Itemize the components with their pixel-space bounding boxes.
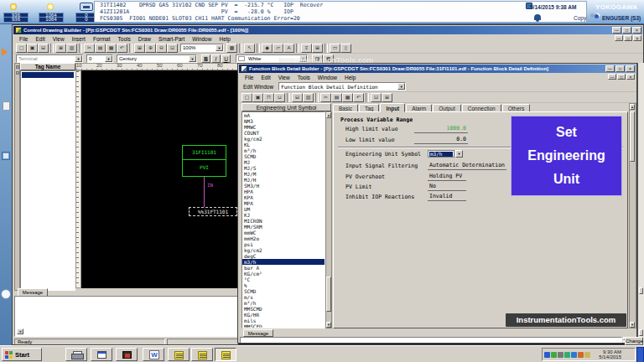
unit-list-item[interactable]: KPA xyxy=(242,194,325,200)
chevron-down-icon[interactable]: ▼ xyxy=(105,55,112,62)
unit-list-item[interactable]: °C xyxy=(242,277,325,282)
toolbar-icon[interactable]: ▢ xyxy=(242,93,252,102)
unit-list-item[interactable]: m³/h xyxy=(242,147,325,153)
unit-list-item[interactable]: KJ xyxy=(242,212,325,218)
bold-button[interactable]: B xyxy=(201,54,210,63)
toolbar-icon[interactable]: ⊞ xyxy=(312,44,323,53)
toolbar-icon[interactable]: ↶ xyxy=(353,93,364,102)
close-icon[interactable]: × xyxy=(633,35,641,41)
zoom-combo[interactable]: 100% ▼ xyxy=(180,44,224,52)
toolbar-icon[interactable]: ⊓ xyxy=(263,93,274,102)
scrollbar-thumb[interactable] xyxy=(630,111,635,162)
unit-list-item[interactable]: mmWC xyxy=(242,230,325,235)
engineering-unit-panel-header[interactable]: Engineering Unit Symbol xyxy=(242,103,331,111)
menu-item[interactable]: Draw xyxy=(135,35,154,43)
fbd-message-tab[interactable]: Message xyxy=(243,329,273,337)
cdb-message-tab[interactable]: Message xyxy=(18,288,48,296)
toolbar-icon[interactable]: ⊟ xyxy=(292,93,303,102)
tray-folder-icon[interactable] xyxy=(584,352,590,358)
unit-list-item[interactable]: UM xyxy=(242,206,325,212)
unit-list-item[interactable]: kg/cm2 xyxy=(242,136,325,142)
toolbar-icon[interactable]: ⊞ xyxy=(382,93,392,102)
tray-display-icon[interactable] xyxy=(571,352,577,358)
inhibit-iop-reactions-value[interactable]: Invalid xyxy=(428,193,466,201)
pv-overshoot-value[interactable]: Holding PV xyxy=(428,173,466,181)
menu-item[interactable]: Tools xyxy=(115,35,134,43)
change-button[interactable]: Change xyxy=(625,337,643,345)
toolbar-icon[interactable]: ▥ xyxy=(66,44,77,53)
menu-item[interactable]: Help xyxy=(341,74,359,81)
show-desktop-button[interactable] xyxy=(636,347,644,362)
scrollbar-button[interactable] xyxy=(639,287,643,294)
unit-list[interactable]: mANM3MMWCCOUNTkg/cm2KLm³/hSCMDMJMJ/SMJ/M… xyxy=(242,111,325,328)
scrollbar-button[interactable] xyxy=(639,329,643,336)
maximize-icon[interactable]: □ xyxy=(615,65,625,72)
unit-list-item[interactable]: SCMD xyxy=(242,153,325,159)
toolbar-icon[interactable]: ▦ xyxy=(106,44,117,53)
quick-launch-doc-icon[interactable] xyxy=(3,101,10,111)
edit-window-combo[interactable]: Function Block Detail Definition ▼ xyxy=(278,82,406,90)
menu-item[interactable]: Format xyxy=(90,35,114,43)
unit-list-item[interactable]: psi xyxy=(242,241,325,247)
maximize-icon[interactable]: □ xyxy=(617,74,626,80)
taskbar-word-button[interactable]: W xyxy=(143,348,164,361)
toolbar-icon[interactable]: ▣ xyxy=(252,93,263,102)
unit-list-item[interactable]: NM3 xyxy=(242,118,325,124)
taskbar-builder-window-button-1[interactable] xyxy=(168,348,190,361)
toolbar-icon[interactable]: ▤ xyxy=(95,44,106,53)
minimize-icon[interactable]: — xyxy=(615,35,623,41)
tray-network-icon[interactable] xyxy=(558,352,564,358)
close-icon[interactable]: × xyxy=(626,65,635,72)
menu-item[interactable]: View xyxy=(49,35,68,43)
toolbar-icon[interactable]: ⊕ xyxy=(145,44,156,53)
chevron-down-icon[interactable]: ▼ xyxy=(189,55,196,62)
tag-row-handle[interactable] xyxy=(16,71,19,75)
taskbar-system-view-button[interactable] xyxy=(116,348,138,361)
pv-limit-value[interactable]: No xyxy=(428,183,466,191)
menu-item[interactable]: Tools xyxy=(294,74,314,81)
message-lamp-icon[interactable] xyxy=(42,2,59,12)
fbd-title-bar[interactable]: Function Block Detail Builder - [Pjt:GSP… xyxy=(239,65,636,73)
scroll-down-icon[interactable]: ▼ xyxy=(630,322,635,328)
chevron-down-icon[interactable]: ▼ xyxy=(455,150,463,158)
tray-update-icon[interactable] xyxy=(578,352,584,358)
unit-list-item[interactable]: MMSCMD xyxy=(242,306,325,312)
scroll-up-icon[interactable]: ▲ xyxy=(326,112,331,118)
start-button[interactable]: Start xyxy=(2,348,42,361)
close-icon[interactable]: × xyxy=(626,74,635,80)
minimize-icon[interactable]: — xyxy=(608,74,616,80)
tab[interactable]: Input xyxy=(380,103,405,112)
toolbar-icon[interactable]: ▤ xyxy=(331,93,342,102)
unit-list-item[interactable]: kg/cm2 xyxy=(242,247,325,253)
toolbar-icon[interactable]: ↶ xyxy=(117,44,127,53)
unit-list-item[interactable]: MJ xyxy=(242,159,325,165)
taskbar-builder-window-button-3[interactable] xyxy=(215,348,236,361)
menu-item[interactable]: Window xyxy=(189,35,215,43)
unit-list-item[interactable]: COUNT xyxy=(242,130,325,136)
alarm-message-list[interactable]: 31TI1402 DPRSD GAS 31V102 CND SEP PV = -… xyxy=(94,1,587,23)
menu-item[interactable]: File xyxy=(16,35,31,43)
maximize-icon[interactable]: □ xyxy=(622,27,631,34)
toolbar-icon[interactable]: ⊖ xyxy=(156,44,167,53)
unit-list-item[interactable]: MICRON xyxy=(242,218,325,224)
operator-guide-icon[interactable] xyxy=(80,3,93,11)
toolbar-icon[interactable]: ▱ xyxy=(273,44,283,53)
toolbar-icon[interactable]: ▢ xyxy=(16,44,27,53)
unit-list-item[interactable]: MMSCFD xyxy=(242,323,325,328)
underline-button[interactable]: U xyxy=(221,54,231,63)
scrollbar-thumb[interactable] xyxy=(326,277,331,312)
maximize-icon[interactable]: □ xyxy=(624,35,632,41)
user-icon[interactable] xyxy=(590,13,600,21)
toolbar-icon[interactable]: ⊡ xyxy=(371,93,382,102)
function-block[interactable]: 31FI1101 PVI xyxy=(182,145,226,177)
size-combo[interactable]: 0 ▼ xyxy=(86,54,113,63)
scroll-left-icon[interactable]: ◄ xyxy=(17,328,23,334)
tag-name-list[interactable] xyxy=(20,70,75,291)
toolbar-icon[interactable]: ▣ xyxy=(27,44,38,53)
io-reference-box[interactable]: %%31FT1101 xyxy=(189,207,237,216)
engineering-unit-combo[interactable]: m3/h xyxy=(428,150,454,158)
unit-list-item[interactable]: MJ/S xyxy=(242,165,325,171)
toolbar-icon[interactable]: ▩ xyxy=(226,44,237,53)
menu-item[interactable]: Insert xyxy=(69,35,89,43)
input-signal-filtering-value[interactable]: Automatic Determination xyxy=(428,162,506,170)
